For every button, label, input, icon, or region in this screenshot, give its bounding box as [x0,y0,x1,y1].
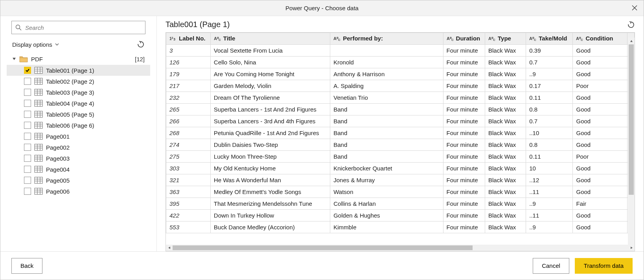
table-row[interactable]: 126Cello Solo, NinaKronoldFour minuteBla… [166,57,635,68]
table-row[interactable]: 274Dublin Daisies Two-StepBandFour minut… [166,139,635,151]
tree-item[interactable]: Page004 [7,164,150,175]
tree-item[interactable]: Table005 (Page 5) [7,109,150,120]
column-header[interactable]: ABCTitle [210,33,330,45]
search-input[interactable] [11,21,145,34]
table-icon [34,122,43,129]
table-cell: 0.8 [526,139,573,151]
table-cell: 553 [166,221,211,233]
preview-refresh-button[interactable] [627,21,635,29]
tree-item[interactable]: Table002 (Page 2) [7,76,150,87]
data-table: 123Label No.ABCTitleABCPerformed by:ABCD… [166,33,635,233]
tree-item[interactable]: Page001 [7,131,150,142]
column-header[interactable]: 123Label No. [166,33,211,45]
table-cell: 321 [166,174,211,186]
table-cell: 0.7 [526,57,573,68]
tree-item[interactable]: Page006 [7,186,150,197]
table-cell: Poor [573,151,627,163]
table-cell: 303 [166,163,211,174]
table-row[interactable]: 265Superba Lancers - 1st And 2nd Figures… [166,104,635,115]
cancel-button[interactable]: Cancel [533,258,569,274]
titlebar: Power Query - Choose data [0,0,644,16]
table-row[interactable]: 395That Mesmerizing Mendelssohn TuneColl… [166,198,635,210]
checkbox[interactable] [24,133,31,140]
scrollbar-thumb[interactable] [173,245,473,250]
table-row[interactable]: 275Lucky Moon Three-StepBandFour minuteB… [166,151,635,163]
number-type-icon: 123 [169,36,177,42]
table-row[interactable]: 217Garden Melody, ViolinA. SpaldingFour … [166,80,635,92]
table-row[interactable]: 3Vocal Sextette From LuciaFour minuteBla… [166,45,635,57]
checkbox[interactable] [24,166,31,173]
table-cell: 395 [166,198,211,210]
column-header-label: Take/Mold [539,35,567,42]
column-header[interactable]: ABCPerformed by: [330,33,443,45]
svg-rect-35 [35,133,42,139]
table-cell: Good [573,115,627,127]
table-row[interactable]: 303My Old Kentucky HomeKnickerbocker Qua… [166,163,635,174]
checkbox[interactable] [24,100,31,107]
table-cell: Lucky Moon Three-Step [210,151,330,163]
close-button[interactable] [626,0,644,16]
table-icon [34,155,43,162]
checkbox[interactable] [24,122,31,129]
table-row[interactable]: 179Are You Coming Home TonightAnthony & … [166,68,635,80]
table-cell: Black Wax [485,127,526,139]
table-cell: Four minute [443,92,485,104]
checkbox[interactable] [24,144,31,151]
table-row[interactable]: 422Down In Turkey HollowGolden & HughesF… [166,210,635,221]
tree-item[interactable]: Page005 [7,175,150,186]
table-row[interactable]: 363Medley Of Emmett's Yodle SongsWatsonF… [166,186,635,198]
checkbox[interactable] [24,67,31,74]
column-header[interactable]: ABCType [485,33,526,45]
horizontal-scrollbar[interactable] [166,245,635,251]
display-options-dropdown[interactable]: Display options [12,41,59,48]
text-type-icon: ABC [333,36,341,42]
checkbox[interactable] [24,89,31,96]
tree-item[interactable]: Table001 (Page 1) [7,65,150,76]
table-cell: 0.7 [526,115,573,127]
table-cell: Four minute [443,115,485,127]
checkbox[interactable] [24,177,31,184]
column-header[interactable]: ABCCondition [573,33,627,45]
table-row[interactable]: 268Petunia QuadRille - 1st And 2nd Figur… [166,127,635,139]
tree-item[interactable]: Page003 [7,153,150,164]
table-cell: Black Wax [485,163,526,174]
refresh-button[interactable] [137,40,145,48]
table-row[interactable]: 553Buck Dance Medley (Accorion)KimmbleFo… [166,221,635,233]
svg-rect-15 [35,89,42,95]
checkbox[interactable] [24,155,31,162]
checkbox[interactable] [24,188,31,195]
svg-rect-30 [35,122,42,128]
svg-text:A: A [488,36,491,41]
checkbox[interactable] [24,111,31,118]
table-row[interactable]: 232Dream Of The TyrolienneVenetian TrioF… [166,92,635,104]
tree-item-label: Table005 (Page 5) [46,111,94,118]
table-cell: Venetian Trio [330,92,443,104]
table-row[interactable]: 266Superba Lancers - 3rd And 4th Figures… [166,115,635,127]
table-cell: 266 [166,115,211,127]
table-cell: Collins & Harlan [330,198,443,210]
table-row[interactable]: 321He Was A Wonderful ManJones & MurrayF… [166,174,635,186]
table-cell: Four minute [443,139,485,151]
vertical-scrollbar[interactable] [628,44,635,245]
table-cell: Jones & Murray [330,174,443,186]
back-button[interactable]: Back [11,258,42,274]
scrollbar-thumb[interactable] [629,44,634,195]
tree-item[interactable]: Table006 (Page 6) [7,120,150,131]
checkbox[interactable] [24,78,31,85]
svg-text:A: A [576,36,579,41]
table-cell: Four minute [443,127,485,139]
column-header[interactable]: ABCDuration [443,33,485,45]
dialog-footer: Back Cancel Transform data [0,251,644,280]
table-cell: 0.39 [526,45,573,57]
tree-item-label: Table001 (Page 1) [46,67,94,74]
table-cell: Black Wax [485,80,526,92]
svg-text:C: C [219,38,221,41]
tree-item[interactable]: Table004 (Page 4) [7,98,150,109]
folder-pdf[interactable]: PDF [12] [7,53,150,65]
tree-item[interactable]: Table003 (Page 3) [7,87,150,98]
table-cell: 0.11 [526,151,573,163]
column-header[interactable]: ABCTake/Mold [526,33,573,45]
tree-item[interactable]: Page002 [7,142,150,153]
transform-data-button[interactable]: Transform data [575,258,633,274]
scroll-right-arrow-icon [628,245,635,251]
